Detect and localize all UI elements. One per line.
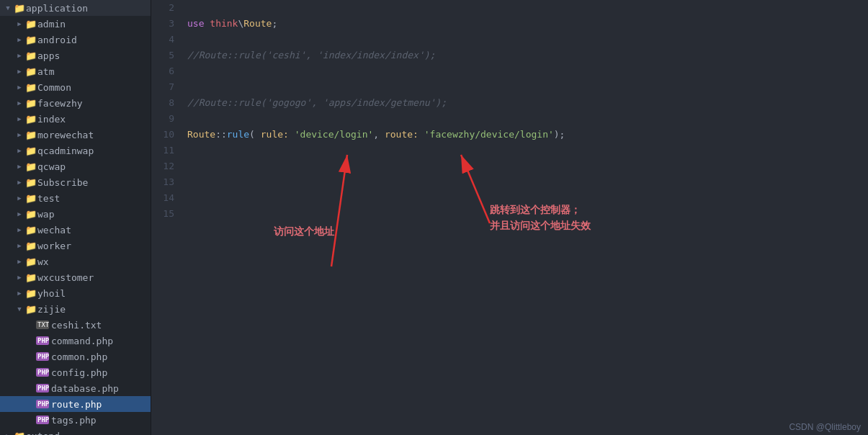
line-number-8: 8 [151, 95, 174, 111]
tree-item-label: Subscribe [37, 177, 88, 188]
line-number-7: 7 [151, 79, 174, 95]
tree-item-label: wap [37, 209, 54, 220]
code-line-5: //Route::rule('ceshi', 'index/index/inde… [187, 48, 868, 63]
sidebar-item-Common[interactable]: ▶📁Common [0, 79, 151, 95]
sidebar-item-route.php[interactable]: PHProute.php [0, 396, 151, 412]
editor: 23456789101112131415 use think\Route; //… [151, 0, 868, 435]
code-line-11 [187, 143, 868, 158]
folder-arrow: ▶ [14, 226, 24, 233]
folder-icon: 📁 [13, 431, 26, 436]
code-line-14 [187, 190, 868, 206]
line-number-9: 9 [151, 111, 174, 127]
sidebar-item-atm[interactable]: ▶📁atm [0, 63, 151, 79]
sidebar-item-application[interactable]: ▼📁application [0, 0, 151, 16]
tree-item-label: application [26, 3, 88, 14]
php-icon: PHP [36, 384, 49, 393]
sidebar-item-index[interactable]: ▶📁index [0, 111, 151, 127]
folder-arrow: ▶ [14, 115, 24, 122]
folder-icon: 📁 [24, 66, 37, 77]
watermark: CSDN @Qlittleboy [782, 419, 868, 435]
sidebar-item-qcwap[interactable]: ▶📁qcwap [0, 158, 151, 174]
tree-item-label: wechat [37, 225, 71, 236]
folder-icon: 📁 [24, 256, 37, 267]
folder-icon: 📁 [24, 193, 37, 204]
code-line-2 [187, 0, 868, 16]
tree-item-label: qcwap [37, 161, 66, 172]
sidebar-item-qcadminwap[interactable]: ▶📁qcadminwap [0, 143, 151, 158]
sidebar-item-command.php[interactable]: PHPcommand.php [0, 333, 151, 349]
folder-arrow: ▶ [14, 258, 24, 265]
tree-item-label: test [37, 193, 60, 204]
sidebar: ▼📁application▶📁admin▶📁android▶📁apps▶📁atm… [0, 0, 151, 435]
sidebar-item-morewechat[interactable]: ▶📁morewechat [0, 127, 151, 143]
line-number-2: 2 [151, 0, 174, 16]
tree-item-label: atm [37, 66, 54, 77]
sidebar-item-wap[interactable]: ▶📁wap [0, 206, 151, 222]
folder-arrow: ▶ [3, 432, 13, 435]
line-number-11: 11 [151, 143, 174, 158]
folder-arrow: ▶ [14, 274, 24, 281]
folder-icon: 📁 [24, 209, 37, 220]
folder-arrow: ▶ [14, 147, 24, 154]
folder-arrow: ▶ [14, 52, 24, 59]
tree-item-label: zijie [37, 304, 66, 315]
folder-icon: 📁 [24, 241, 37, 251]
tree-item-label: wxcustomer [37, 272, 94, 283]
folder-arrow: ▶ [14, 84, 24, 91]
code-line-12 [187, 158, 868, 174]
php-icon: PHP [36, 416, 49, 424]
line-number-6: 6 [151, 63, 174, 79]
sidebar-item-Subscribe[interactable]: ▶📁Subscribe [0, 174, 151, 190]
code-line-8: //Route::rule('gogogo', 'apps/index/getm… [187, 95, 868, 111]
folder-icon: 📁 [13, 3, 26, 14]
php-icon: PHP [36, 368, 49, 377]
sidebar-item-admin[interactable]: ▶📁admin [0, 16, 151, 32]
tree-item-label: Common [37, 82, 71, 93]
folder-icon: 📁 [24, 145, 37, 156]
line-number-5: 5 [151, 48, 174, 63]
tree-item-label: facewzhy [37, 98, 83, 109]
tree-item-label: android [37, 35, 77, 45]
folder-icon: 📁 [24, 130, 37, 140]
folder-icon: 📁 [24, 98, 37, 109]
tree-item-label: worker [37, 241, 71, 251]
folder-icon: 📁 [24, 114, 37, 125]
tree-item-label: command.php [51, 336, 113, 346]
tree-item-label: ceshi.txt [51, 320, 102, 331]
sidebar-item-android[interactable]: ▶📁android [0, 32, 151, 48]
sidebar-item-yhoil[interactable]: ▶📁yhoil [0, 285, 151, 301]
tree-item-label: index [37, 114, 66, 125]
sidebar-item-common.php[interactable]: PHPcommon.php [0, 349, 151, 364]
php-icon: PHP [36, 352, 49, 361]
line-number-12: 12 [151, 158, 174, 174]
code-line-10: Route::rule( rule: 'device/login', route… [187, 127, 868, 143]
folder-icon: 📁 [24, 177, 37, 188]
sidebar-item-tags.php[interactable]: PHPtags.php [0, 412, 151, 428]
tree-item-label: yhoil [37, 288, 66, 299]
sidebar-item-apps[interactable]: ▶📁apps [0, 48, 151, 63]
annotation-left: 访问这个地址 [274, 223, 334, 239]
sidebar-item-wxcustomer[interactable]: ▶📁wxcustomer [0, 269, 151, 285]
folder-icon: 📁 [24, 225, 37, 236]
tree-item-label: database.php [51, 383, 119, 394]
sidebar-item-test[interactable]: ▶📁test [0, 190, 151, 206]
sidebar-item-database.php[interactable]: PHPdatabase.php [0, 380, 151, 396]
tree-item-label: apps [37, 50, 60, 61]
sidebar-item-extend[interactable]: ▶📁extend [0, 428, 151, 435]
sidebar-item-wx[interactable]: ▶📁wx [0, 254, 151, 269]
sidebar-item-worker[interactable]: ▶📁worker [0, 238, 151, 254]
sidebar-item-ceshi.txt[interactable]: TXTceshi.txt [0, 317, 151, 333]
line-number-15: 15 [151, 206, 174, 222]
tree-item-label: qcadminwap [37, 145, 94, 156]
tree-item-label: morewechat [37, 130, 94, 140]
folder-arrow: ▶ [14, 163, 24, 170]
sidebar-item-facewzhy[interactable]: ▶📁facewzhy [0, 95, 151, 111]
folder-icon: 📁 [24, 19, 37, 30]
tree-item-label: config.php [51, 367, 107, 378]
folder-arrow: ▶ [14, 131, 24, 138]
sidebar-item-config.php[interactable]: PHPconfig.php [0, 364, 151, 380]
sidebar-item-zijie[interactable]: ▼📁zijie [0, 301, 151, 317]
folder-arrow: ▼ [14, 305, 24, 313]
code-area: 23456789101112131415 use think\Route; //… [151, 0, 868, 435]
sidebar-item-wechat[interactable]: ▶📁wechat [0, 222, 151, 238]
